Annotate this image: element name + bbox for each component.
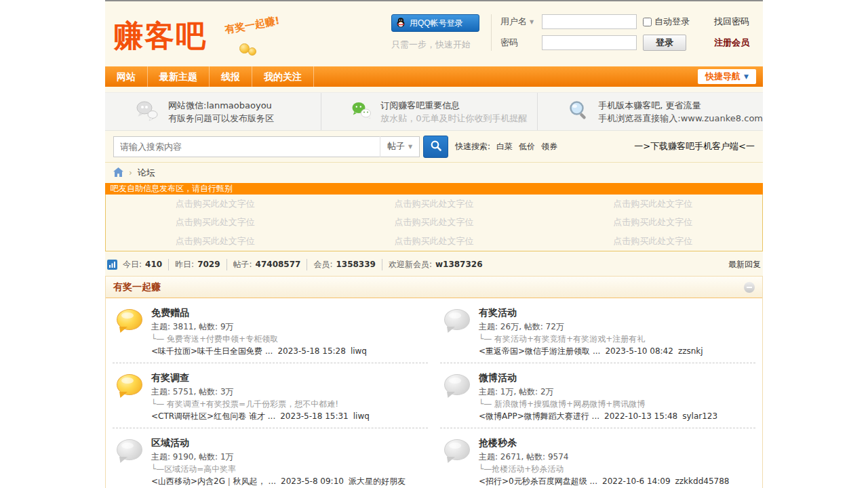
- ad-slot-link[interactable]: 点击购买此处文字位: [543, 198, 762, 210]
- gray-bubble-icon: [444, 309, 470, 330]
- chevron-down-icon: ▼: [408, 144, 412, 150]
- app-download-link[interactable]: 一>下载赚客吧手机客户端<一: [634, 140, 755, 152]
- ad-slot-link[interactable]: 点击购买此处文字位: [106, 198, 325, 210]
- ad-slot-link[interactable]: 点击购买此处文字位: [543, 216, 762, 228]
- forum-stats: 主题: 5751, 帖数: 3万: [151, 386, 370, 398]
- gray-bubble-icon: [444, 439, 470, 460]
- nav-item-latest-topics[interactable]: 最新主题: [148, 66, 210, 87]
- qq-login-hint: 只需一步，快速开始: [391, 39, 482, 51]
- info-line1: 订阅赚客吧重要信息: [380, 99, 527, 112]
- quick-search-link-dijia[interactable]: 低价: [519, 141, 535, 152]
- forum-title-link[interactable]: 区域活动: [151, 437, 406, 449]
- site-logo[interactable]: 赚客吧: [113, 16, 207, 56]
- chat-bubbles-icon: [135, 100, 159, 124]
- password-label-text: 密码: [500, 37, 518, 49]
- forum-desc: └— 新浪微博+搜狐微博+网易微博+腾讯微博: [479, 398, 717, 410]
- new-member-link[interactable]: w1387326: [435, 260, 483, 269]
- forum-stats: 主题: 9190, 帖数: 1万: [151, 451, 406, 463]
- stat-members: 会员:1358339: [307, 259, 376, 270]
- ad-slot-link[interactable]: 点击购买此处文字位: [325, 235, 544, 247]
- find-password-link[interactable]: 找回密码: [714, 16, 759, 28]
- last-post-time: 2022-10-13 15:48: [604, 410, 677, 422]
- last-post-user[interactable]: sylar123: [682, 410, 717, 422]
- forum-cell-prize-surveys[interactable]: 有奖调查 主题: 5751, 帖数: 3万 └— 有奖调查+有奖投票=几千份彩票…: [113, 363, 428, 428]
- last-post-time: 2023-5-8 09:10: [281, 475, 344, 487]
- collapse-minus-icon[interactable]: [744, 282, 755, 293]
- chevron-down-icon: ▼: [744, 73, 749, 80]
- last-post-user[interactable]: liwq: [353, 410, 370, 422]
- info-line2: 有版务问题可以发布版务区: [168, 112, 274, 125]
- username-input[interactable]: [542, 14, 637, 29]
- last-post-user[interactable]: 派大星的好朋友: [349, 475, 406, 487]
- forum-title-link[interactable]: 有奖调查: [151, 372, 370, 384]
- forum-title-link[interactable]: 抢楼秒杀: [479, 437, 729, 449]
- breadcrumb-forum[interactable]: 论坛: [138, 167, 155, 179]
- quick-nav-button[interactable]: 快捷导航 ▼: [698, 69, 756, 84]
- username-label[interactable]: 用户名▼: [500, 16, 536, 28]
- last-post-link[interactable]: <山西移动>内含2G｜秋风起， ...: [151, 475, 276, 487]
- search-button[interactable]: [423, 136, 448, 158]
- last-post-time: 2023-5-18 15:31: [280, 410, 349, 422]
- forum-title-link[interactable]: 微博活动: [479, 372, 717, 384]
- site-header: 赚客吧 有奖一起赚! 用QQ帐号登录 只需一步，快速开始 用户名▼ 自动登录 找…: [105, 1, 763, 66]
- ad-slot-link[interactable]: 点击购买此处文字位: [543, 235, 762, 247]
- stat-value: 410: [145, 260, 162, 269]
- last-post-user[interactable]: liwq: [351, 345, 367, 357]
- nav-item-xianbao[interactable]: 线报: [210, 66, 252, 87]
- quick-search-link-lingquan[interactable]: 领券: [541, 141, 557, 152]
- category-header: 有奖一起赚: [106, 277, 762, 298]
- last-post-time: 2023-5-18 15:28: [277, 345, 346, 357]
- forum-cell-weibo-activities[interactable]: 微博活动 主题: 1万, 帖数: 2万 └— 新浪微博+搜狐微博+网易微博+腾讯…: [440, 363, 755, 428]
- nav-item-website[interactable]: 网站: [105, 66, 148, 87]
- last-post-link[interactable]: <重返帝国>微信手游注册领取 ...: [479, 345, 600, 357]
- forum-title-link[interactable]: 免费赠品: [151, 307, 367, 319]
- category-title[interactable]: 有奖一起赚: [113, 281, 161, 293]
- home-icon[interactable]: [113, 167, 123, 179]
- forum-cell-flash-sales[interactable]: 抢楼秒杀 主题: 2671, 帖数: 9574 └—抢楼活动+秒杀活动 <招行>…: [440, 428, 755, 488]
- quick-search-link-baicai[interactable]: 白菜: [496, 141, 513, 152]
- latest-reply-link[interactable]: 最新回复: [728, 259, 761, 270]
- forum-cell-free-gifts[interactable]: 免费赠品 主题: 3811, 帖数: 9万 └— 免费寄送+付费申领+专柜领取 …: [113, 298, 428, 363]
- stat-new-member: 欢迎新会员:w1387326: [382, 259, 483, 270]
- register-link[interactable]: 注册会员: [714, 37, 759, 49]
- stat-value: 7029: [197, 260, 220, 269]
- password-label: 密码: [500, 37, 536, 49]
- stat-label: 帖子:: [233, 259, 252, 270]
- last-post-link[interactable]: <CTR调研社区>红包问卷 谁才 ...: [151, 410, 275, 422]
- auto-login-option[interactable]: 自动登录: [643, 16, 708, 28]
- forum-stats: 主题: 1万, 帖数: 2万: [479, 386, 717, 398]
- search-box: 帖子 ▼: [113, 136, 420, 157]
- forum-last-post: <味千拉面>味千生日全国免费 ... 2023-5-18 15:28 liwq: [151, 345, 367, 357]
- nav-item-my-follows[interactable]: 我的关注: [252, 66, 314, 87]
- search-input[interactable]: [114, 138, 380, 156]
- wechat-icon: [351, 101, 372, 123]
- ad-slot-link[interactable]: 点击购买此处文字位: [325, 198, 544, 210]
- forum-category: 有奖一起赚 免费赠品 主题: 3811, 帖数: 9万 └— 免费寄送+付费申领…: [105, 276, 763, 488]
- info-subscribe[interactable]: 订阅赚客吧重要信息 放水贴，0元单及时让你收到手机提醒: [321, 93, 537, 130]
- forum-stats: 主题: 2671, 帖数: 9574: [479, 451, 729, 463]
- ad-slot-link[interactable]: 点击购买此处文字位: [325, 216, 544, 228]
- gray-bubble-icon: [444, 374, 470, 395]
- ad-slot-link[interactable]: 点击购买此处文字位: [106, 235, 325, 247]
- last-post-user[interactable]: zzkkdd45788: [675, 475, 730, 487]
- forum-title-link[interactable]: 有奖活动: [479, 307, 703, 319]
- gray-bubble-icon: [117, 439, 142, 460]
- search-category-select[interactable]: 帖子 ▼: [380, 136, 419, 157]
- info-line1: 网站微信:lanmaobaoyou: [168, 99, 274, 112]
- info-mobile-version[interactable]: 手机版本赚客吧, 更省流量 手机浏览器直接输入:www.zuanke8.com: [537, 93, 763, 130]
- last-post-link[interactable]: <味千拉面>味千生日全国免费 ...: [151, 345, 273, 357]
- ad-slot-link[interactable]: 点击购买此处文字位: [106, 216, 325, 228]
- last-post-user[interactable]: zzsnkj: [678, 345, 703, 357]
- auto-login-checkbox[interactable]: [643, 18, 652, 26]
- info-wechat-contact[interactable]: 网站微信:lanmaobaoyou 有版务问题可以发布版务区: [105, 93, 321, 130]
- last-post-link[interactable]: <微博APP>微博舞蹈大赛进行 ...: [479, 410, 599, 422]
- forum-last-post: <招行>0元秒杀百度网盘超级 ... 2022-10-6 14:09 zzkkd…: [479, 475, 729, 487]
- password-input[interactable]: [542, 35, 637, 50]
- forum-cell-regional-activities[interactable]: 区域活动 主题: 9190, 帖数: 1万 └—区域活动=高中奖率 <山西移动>…: [113, 428, 428, 488]
- login-button[interactable]: 登录: [643, 35, 686, 51]
- qq-login-button[interactable]: 用QQ帐号登录: [391, 14, 479, 32]
- quick-search: 快速搜索: 白菜 低价 领券: [455, 141, 557, 152]
- forum-cell-prize-activities[interactable]: 有奖活动 主题: 26万, 帖数: 72万 └— 有奖活动+有奖竞猜+有奖游戏+…: [440, 298, 755, 363]
- forum-last-post: <山西移动>内含2G｜秋风起， ... 2023-5-8 09:10 派大星的好…: [151, 475, 406, 487]
- last-post-link[interactable]: <招行>0元秒杀百度网盘超级 ...: [479, 475, 597, 487]
